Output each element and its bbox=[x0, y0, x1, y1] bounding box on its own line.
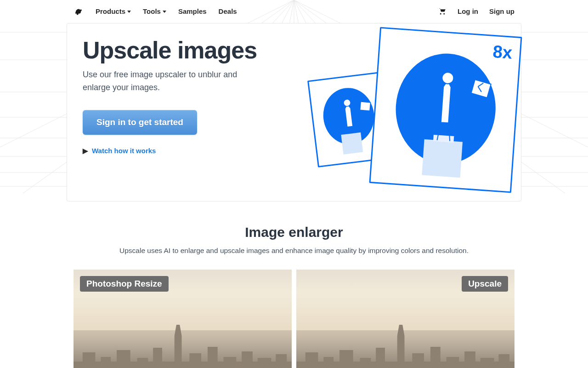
nav-tools-label: Tools bbox=[143, 7, 161, 15]
svg-rect-30 bbox=[101, 357, 111, 368]
svg-marker-35 bbox=[175, 325, 182, 336]
nav-deals[interactable]: Deals bbox=[219, 7, 237, 15]
image-enlarger-section: Image enlarger Upscale uses AI to enlarg… bbox=[0, 224, 588, 368]
top-nav: Products Tools Samples Deals Log in Sign… bbox=[0, 0, 588, 22]
svg-rect-38 bbox=[224, 357, 237, 368]
hero-card: Upscale images Use our free image upscal… bbox=[67, 23, 521, 201]
hero-title: Upscale images bbox=[83, 37, 285, 63]
section-desc: Upscale uses AI to enlarge and upscale i… bbox=[0, 247, 588, 255]
cart-icon[interactable] bbox=[438, 7, 447, 15]
svg-rect-46 bbox=[360, 358, 371, 368]
illustration-large-frame: 8x bbox=[369, 27, 522, 193]
svg-rect-55 bbox=[498, 354, 509, 368]
nav-login[interactable]: Log in bbox=[458, 7, 478, 15]
svg-rect-34 bbox=[175, 336, 182, 368]
svg-rect-47 bbox=[376, 348, 385, 368]
svg-rect-45 bbox=[339, 350, 353, 368]
play-icon: ▶ bbox=[83, 147, 88, 155]
svg-rect-39 bbox=[242, 351, 253, 368]
svg-rect-33 bbox=[153, 348, 162, 368]
compare-left-image: Photoshop Resize bbox=[74, 270, 292, 368]
compare-right-label: Upscale bbox=[462, 276, 508, 292]
nav-products[interactable]: Products bbox=[96, 7, 131, 15]
svg-rect-44 bbox=[323, 357, 334, 368]
svg-rect-24 bbox=[422, 139, 463, 178]
nav-left: Products Tools Samples Deals bbox=[74, 6, 237, 16]
svg-rect-48 bbox=[397, 336, 405, 368]
compare-right-image: Upscale bbox=[296, 270, 514, 368]
svg-rect-20 bbox=[341, 132, 363, 155]
compare-left-label: Photoshop Resize bbox=[80, 276, 169, 292]
nav-signup[interactable]: Sign up bbox=[489, 7, 514, 15]
signin-cta-button[interactable]: Sign in to get started bbox=[83, 110, 197, 135]
hero-copy: Upscale images Use our free image upscal… bbox=[83, 37, 285, 189]
svg-rect-37 bbox=[208, 347, 218, 368]
nav-samples[interactable]: Samples bbox=[178, 7, 207, 15]
svg-rect-43 bbox=[305, 352, 318, 368]
svg-marker-49 bbox=[397, 325, 405, 336]
nav-tools[interactable]: Tools bbox=[143, 7, 166, 15]
svg-rect-41 bbox=[276, 354, 287, 368]
svg-rect-51 bbox=[430, 347, 441, 368]
watch-how-it-works-link[interactable]: ▶ Watch how it works bbox=[83, 147, 285, 155]
svg-rect-31 bbox=[117, 350, 130, 368]
svg-rect-29 bbox=[83, 352, 96, 368]
svg-point-26 bbox=[441, 72, 454, 84]
svg-rect-54 bbox=[481, 358, 494, 368]
nav-products-label: Products bbox=[96, 7, 125, 15]
nav-right: Log in Sign up bbox=[438, 7, 514, 15]
logo-horse-icon[interactable] bbox=[74, 6, 84, 16]
chevron-down-icon bbox=[163, 11, 166, 13]
svg-rect-50 bbox=[412, 353, 424, 368]
compare-row: Photoshop Resize bbox=[74, 270, 514, 368]
section-title: Image enlarger bbox=[0, 224, 588, 240]
svg-rect-32 bbox=[137, 358, 148, 368]
hero-subtitle: Use our free image upscaler to unblur an… bbox=[83, 69, 257, 94]
svg-rect-36 bbox=[189, 353, 201, 368]
chevron-down-icon bbox=[127, 11, 131, 13]
scale-badge: 8x bbox=[492, 42, 513, 63]
hero-illustration: 8x bbox=[303, 37, 505, 189]
svg-rect-40 bbox=[258, 358, 271, 368]
svg-rect-53 bbox=[464, 351, 475, 368]
svg-rect-22 bbox=[360, 102, 371, 111]
svg-rect-52 bbox=[447, 357, 459, 368]
watch-label: Watch how it works bbox=[92, 147, 156, 155]
